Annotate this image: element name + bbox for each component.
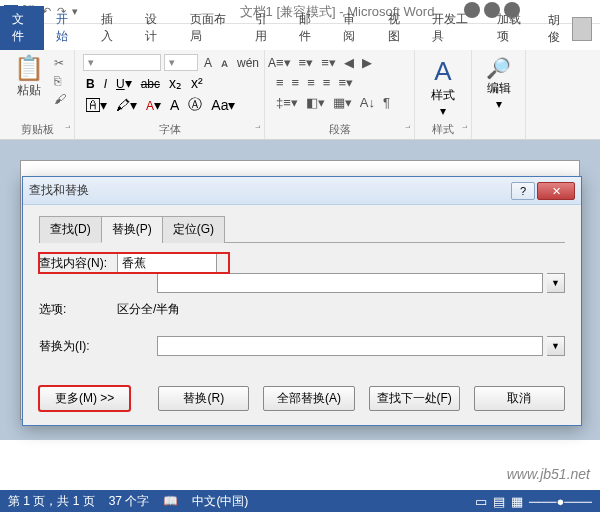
chevron-down-icon: ▾ <box>440 104 446 118</box>
help-button[interactable]: ? <box>511 182 535 200</box>
user-account[interactable]: 胡俊 <box>540 8 600 50</box>
align-right-icon[interactable]: ≡ <box>304 74 318 91</box>
char-shading-icon[interactable]: A <box>167 96 182 114</box>
borders-icon[interactable]: ▦▾ <box>330 94 355 111</box>
underline-button[interactable]: U▾ <box>113 74 135 92</box>
shrink-font-icon[interactable]: ᴀ <box>218 55 231 71</box>
tab-design[interactable]: 设计 <box>133 6 177 50</box>
multilevel-icon[interactable]: ≡▾ <box>318 54 339 71</box>
ribbon: 📋 粘贴 ✂ ⎘ 🖌 剪贴板 ▾ ▾ A ᴀ wén A <box>0 50 600 140</box>
group-font: ▾ ▾ A ᴀ wén A B I U▾ abc x₂ x² 🄰▾ <box>75 50 265 139</box>
styles-button[interactable]: A 样式 ▾ <box>423 54 463 120</box>
cancel-button[interactable]: 取消 <box>474 386 565 411</box>
zoom-slider[interactable]: ───●─── <box>529 494 592 509</box>
group-label-font: 字体 <box>83 120 256 137</box>
options-row: 选项: 区分全/半角 <box>39 301 565 318</box>
find-input[interactable] <box>157 273 543 293</box>
tab-review[interactable]: 审阅 <box>331 6 375 50</box>
watermark-text: www.jb51.net <box>507 466 590 482</box>
status-language[interactable]: 中文(中国) <box>192 493 248 510</box>
paste-button[interactable]: 📋 粘贴 <box>8 54 50 101</box>
italic-button[interactable]: I <box>101 74 110 92</box>
tab-file[interactable]: 文件 <box>0 6 44 50</box>
group-label-styles: 样式 <box>423 120 463 137</box>
dialog-titlebar[interactable]: 查找和替换 ? ✕ <box>23 177 581 205</box>
tab-insert[interactable]: 插入 <box>89 6 133 50</box>
font-size-select[interactable]: ▾ <box>164 54 198 71</box>
find-content-label: 查找内容(N): <box>39 255 113 272</box>
bullets-icon[interactable]: ≡▾ <box>273 54 294 71</box>
options-value: 区分全/半角 <box>117 301 180 318</box>
ribbon-tabs: 文件 开始 插入 设计 页面布局 引用 邮件 审阅 视图 开发工具 加载项 胡俊 <box>0 24 600 50</box>
find-icon: 🔎 <box>486 56 511 80</box>
tab-layout[interactable]: 页面布局 <box>178 6 243 50</box>
avatar <box>572 17 592 41</box>
replace-all-button[interactable]: 全部替换(A) <box>263 386 354 411</box>
group-clipboard: 📋 粘贴 ✂ ⎘ 🖌 剪贴板 <box>0 50 75 139</box>
view-print-icon[interactable]: ▤ <box>493 494 505 509</box>
increase-indent-icon[interactable]: ▶ <box>359 54 375 71</box>
sort-icon[interactable]: A↓ <box>357 94 378 111</box>
chevron-down-icon: ▾ <box>496 97 502 111</box>
replace-dropdown[interactable]: ▼ <box>547 336 565 356</box>
superscript-button[interactable]: x² <box>188 74 206 92</box>
group-label-paragraph: 段落 <box>273 120 406 137</box>
justify-icon[interactable]: ≡ <box>320 74 334 91</box>
align-left-icon[interactable]: ≡ <box>273 74 287 91</box>
tab-view[interactable]: 视图 <box>376 6 420 50</box>
tab-references[interactable]: 引用 <box>243 6 287 50</box>
show-marks-icon[interactable]: ¶ <box>380 94 393 111</box>
tab-goto[interactable]: 定位(G) <box>162 216 225 243</box>
cut-icon[interactable]: ✂ <box>54 56 66 70</box>
replace-with-label: 替换为(I): <box>39 338 113 355</box>
tab-replace[interactable]: 替换(P) <box>101 216 163 243</box>
bold-button[interactable]: B <box>83 74 98 92</box>
dialog-title: 查找和替换 <box>29 182 89 199</box>
status-words[interactable]: 37 个字 <box>109 493 150 510</box>
status-page[interactable]: 第 1 页，共 1 页 <box>8 493 95 510</box>
highlight-icon[interactable]: 🖍▾ <box>113 96 140 114</box>
group-editing: 🔎 编辑 ▾ 编辑 <box>472 50 526 139</box>
tab-mailings[interactable]: 邮件 <box>287 6 331 50</box>
decrease-indent-icon[interactable]: ◀ <box>341 54 357 71</box>
view-web-icon[interactable]: ▦ <box>511 494 523 509</box>
subscript-button[interactable]: x₂ <box>166 74 185 92</box>
copy-icon[interactable]: ⎘ <box>54 74 66 88</box>
decorative-watermark <box>464 2 520 18</box>
find-dropdown[interactable]: ▼ <box>547 273 565 293</box>
strike-button[interactable]: abc <box>138 74 163 92</box>
find-next-button[interactable]: 查找下一处(F) <box>369 386 460 411</box>
view-read-icon[interactable]: ▭ <box>475 494 487 509</box>
change-case-icon[interactable]: Aa▾ <box>208 96 238 114</box>
find-replace-dialog: 查找和替换 ? ✕ 查找(D) 替换(P) 定位(G) 查找内容(N): 香蕉 … <box>22 176 582 426</box>
proofing-icon[interactable]: 📖 <box>163 494 178 508</box>
tab-find[interactable]: 查找(D) <box>39 216 102 243</box>
group-paragraph: ≡▾ ≡▾ ≡▾ ◀ ▶ ≡ ≡ ≡ ≡ ≡▾ ‡≡▾ ◧▾ ▦▾ <box>265 50 415 139</box>
more-button[interactable]: 更多(M) >> <box>39 386 130 411</box>
font-name-select[interactable]: ▾ <box>83 54 161 71</box>
dialog-tabs: 查找(D) 替换(P) 定位(G) <box>39 215 565 243</box>
user-name: 胡俊 <box>548 12 568 46</box>
replace-button[interactable]: 替换(R) <box>158 386 249 411</box>
replace-input[interactable] <box>157 336 543 356</box>
find-content-highlight: 查找内容(N): 香蕉 <box>39 253 229 273</box>
phonetic-guide-icon[interactable]: wén <box>234 55 262 71</box>
char-border-icon[interactable]: Ⓐ <box>185 95 205 115</box>
editing-button[interactable]: 🔎 编辑 ▾ <box>480 54 517 113</box>
shading-icon[interactable]: ◧▾ <box>303 94 328 111</box>
line-spacing-icon[interactable]: ‡≡▾ <box>273 94 301 111</box>
grow-font-icon[interactable]: A <box>201 55 215 71</box>
status-bar: 第 1 页，共 1 页 37 个字 📖 中文(中国) ▭ ▤ ▦ ───●─── <box>0 490 600 512</box>
format-painter-icon[interactable]: 🖌 <box>54 92 66 106</box>
find-content-row: ▼ <box>39 273 565 293</box>
find-content-preview: 香蕉 <box>117 253 217 273</box>
numbering-icon[interactable]: ≡▾ <box>296 54 317 71</box>
text-effects-icon[interactable]: 🄰▾ <box>83 96 110 114</box>
replace-with-row: 替换为(I): ▼ <box>39 336 565 356</box>
tab-home[interactable]: 开始 <box>44 6 88 50</box>
clipboard-icon: 📋 <box>14 56 44 80</box>
align-center-icon[interactable]: ≡ <box>289 74 303 91</box>
close-button[interactable]: ✕ <box>537 182 575 200</box>
font-color-icon[interactable]: A▾ <box>143 96 164 114</box>
distribute-icon[interactable]: ≡▾ <box>335 74 356 91</box>
